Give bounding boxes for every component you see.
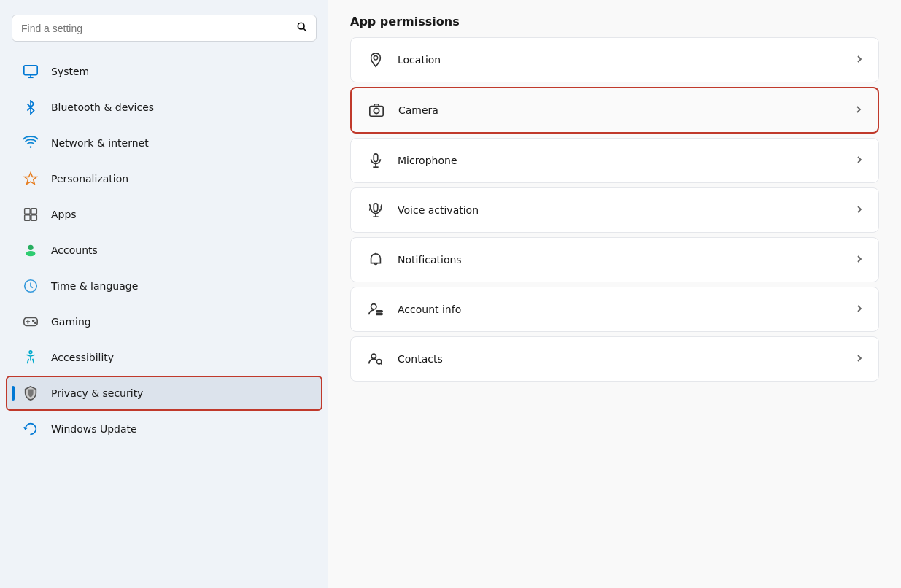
accountinfo-icon [366, 299, 386, 320]
sidebar-item-system[interactable]: System [6, 54, 322, 89]
sidebar-item-label-accounts: Accounts [51, 244, 98, 256]
svg-point-21 [374, 108, 379, 113]
sidebar-item-personalization[interactable]: Personalization [6, 161, 322, 196]
permission-label-contacts: Contacts [398, 353, 843, 365]
svg-rect-2 [24, 66, 37, 75]
svg-point-10 [28, 245, 33, 250]
sidebar-item-apps[interactable]: Apps [6, 197, 322, 232]
permission-item-location[interactable]: Location [350, 37, 879, 82]
sidebar-item-label-apps: Apps [51, 209, 77, 220]
sidebar-items-list: SystemBluetooth & devicesNetwork & inter… [0, 53, 328, 447]
sidebar-item-label-bluetooth: Bluetooth & devices [51, 101, 154, 113]
sidebar-item-accounts[interactable]: Accounts [6, 233, 322, 268]
bluetooth-icon [20, 97, 41, 117]
permission-item-microphone[interactable]: Microphone [350, 138, 879, 183]
sidebar-item-label-system: System [51, 66, 89, 77]
svg-point-11 [26, 251, 36, 256]
chevron-right-icon [854, 105, 863, 116]
svg-point-5 [30, 146, 32, 148]
svg-point-32 [371, 354, 376, 358]
sidebar-item-network[interactable]: Network & internet [6, 125, 322, 160]
sidebar-item-label-privacy: Privacy & security [51, 387, 143, 399]
permission-item-notifications[interactable]: Notifications [350, 237, 879, 282]
update-icon [20, 419, 41, 439]
svg-point-19 [374, 56, 378, 61]
svg-rect-22 [374, 154, 378, 162]
svg-point-0 [298, 23, 304, 29]
svg-point-17 [35, 322, 36, 323]
time-icon [20, 276, 41, 296]
sidebar-item-label-network: Network & internet [51, 137, 149, 149]
sidebar-item-bluetooth[interactable]: Bluetooth & devices [6, 90, 322, 125]
svg-point-16 [33, 320, 34, 322]
section-title: App permissions [350, 15, 879, 28]
personalization-icon [20, 169, 41, 189]
svg-rect-31 [376, 314, 382, 315]
sidebar: SystemBluetooth & devicesNetwork & inter… [0, 0, 328, 588]
permission-label-location: Location [398, 54, 843, 66]
svg-point-29 [371, 304, 376, 309]
gaming-icon [20, 312, 41, 332]
contacts-icon [366, 349, 386, 369]
main-content: App permissions LocationCameraMicrophone… [328, 0, 901, 588]
apps-icon [20, 204, 41, 225]
permission-item-camera[interactable]: Camera [350, 87, 879, 134]
svg-rect-9 [31, 215, 37, 221]
sidebar-item-time[interactable]: Time & language [6, 268, 322, 303]
location-icon [366, 50, 386, 70]
svg-rect-8 [25, 215, 31, 221]
search-input[interactable] [21, 23, 291, 34]
sidebar-item-update[interactable]: Windows Update [6, 411, 322, 446]
svg-rect-7 [31, 209, 37, 214]
search-bar[interactable] [12, 15, 317, 42]
system-icon [20, 61, 41, 82]
chevron-right-icon [855, 255, 864, 266]
sidebar-item-label-time: Time & language [51, 280, 138, 292]
search-icon [297, 21, 307, 35]
active-indicator [12, 386, 15, 401]
accessibility-icon [20, 347, 41, 368]
sidebar-item-accessibility[interactable]: Accessibility [6, 340, 322, 375]
privacy-icon [20, 383, 41, 403]
chevron-right-icon [855, 205, 864, 216]
svg-point-18 [29, 351, 32, 354]
permission-item-voice[interactable]: Voice activation [350, 187, 879, 233]
sidebar-item-label-accessibility: Accessibility [51, 352, 114, 363]
permission-item-contacts[interactable]: Contacts [350, 336, 879, 382]
permission-label-accountinfo: Account info [398, 303, 843, 315]
chevron-right-icon [855, 304, 864, 315]
svg-rect-30 [376, 311, 382, 312]
permission-label-voice: Voice activation [398, 204, 843, 216]
permission-label-camera: Camera [398, 104, 843, 116]
permission-list: LocationCameraMicrophoneVoice activation… [350, 37, 879, 382]
voice-icon [366, 200, 386, 220]
microphone-icon [366, 150, 386, 171]
chevron-right-icon [855, 354, 864, 365]
permission-item-accountinfo[interactable]: Account info [350, 287, 879, 332]
chevron-right-icon [855, 155, 864, 166]
sidebar-item-label-personalization: Personalization [51, 173, 128, 185]
sidebar-item-privacy[interactable]: Privacy & security [6, 376, 322, 411]
chevron-right-icon [855, 55, 864, 66]
svg-line-1 [303, 28, 306, 31]
svg-rect-25 [374, 204, 378, 212]
permission-label-notifications: Notifications [398, 254, 843, 266]
accounts-icon [20, 240, 41, 260]
svg-rect-6 [25, 209, 31, 214]
notifications-icon [366, 249, 386, 270]
network-icon [20, 133, 41, 153]
permission-label-microphone: Microphone [398, 155, 843, 166]
camera-icon [366, 100, 387, 120]
sidebar-item-label-gaming: Gaming [51, 316, 91, 328]
sidebar-item-gaming[interactable]: Gaming [6, 304, 322, 339]
sidebar-item-label-update: Windows Update [51, 423, 137, 435]
